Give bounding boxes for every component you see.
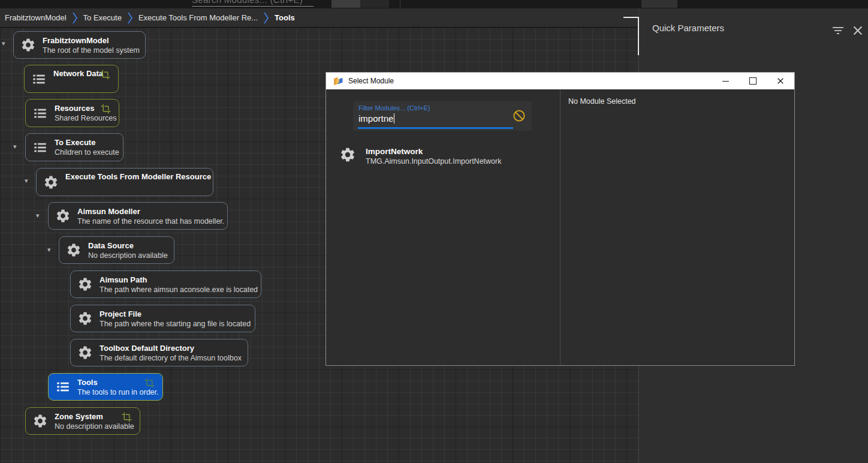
crop-icon[interactable] [100,70,110,80]
node-subtitle: The path where the starting ang file is … [100,320,251,328]
dialog-pane-divider [560,89,560,365]
close-icon[interactable] [852,25,863,36]
gear-icon [49,203,77,229]
select-module-dialog: Select Module Filter Modules... (Ctrl+E)… [326,72,795,366]
breadcrumb-item-execute-tools[interactable]: Execute Tools From Modeller Re... [138,13,258,22]
tree-node-tools[interactable]: Tools The tools to run in order. [48,373,163,401]
list-icon [25,65,53,92]
dialog-titlebar[interactable]: Select Module [326,73,794,89]
crop-icon[interactable] [144,378,155,388]
node-title: Aimsun Path [100,275,258,284]
node-subtitle: Children to execute [55,148,119,157]
search-underline [192,6,314,7]
list-icon [26,100,55,127]
gear-icon [14,32,43,58]
top-divider [400,0,400,8]
node-subtitle: The name of the resource that has modell… [77,217,224,226]
tree-node-zone-system[interactable]: Zone System No description available [25,407,140,435]
node-subtitle: The path where aimsun aconsole.exe is lo… [100,285,258,294]
module-filter-input[interactable]: Filter Modules... (Ctrl+E) importne [353,101,532,131]
no-module-selected-label: No Module Selected [568,97,636,106]
top-button-1[interactable] [331,0,360,8]
tree-node-toolbox-default-directory[interactable]: Toolbox Default Directory The default di… [70,339,248,366]
module-result-title: ImportNetwork [366,147,501,156]
node-subtitle: The tools to run in order. [77,388,159,396]
node-title: Project File [100,309,251,318]
chevron-right-icon [72,11,78,25]
gear-icon [71,271,100,297]
expander-to-execute[interactable]: ▾ [13,143,17,149]
gear-icon [71,339,100,366]
panel-splitter-handle[interactable] [623,17,639,18]
xtmf-logo-icon [333,76,343,86]
breadcrumb-item-root[interactable]: FrabitztownModel [5,13,67,22]
top-button-3[interactable] [641,0,677,8]
panel-splitter[interactable] [638,17,639,55]
gear-icon [59,237,88,263]
node-title: Execute Tools From Modeller Resource [65,172,211,181]
node-subtitle: No description available [88,251,168,260]
gear-icon [37,169,65,196]
filter-value: importne [358,113,394,124]
chevron-right-icon [263,11,269,25]
blocked-icon [512,109,526,123]
filter-underline [358,127,513,129]
crop-icon[interactable] [122,412,132,422]
node-title: Data Source [88,241,168,250]
text-caret [394,113,394,124]
expander-data-source[interactable]: ▾ [47,246,51,252]
expander-execute-tools[interactable]: ▾ [25,178,28,184]
minimize-button[interactable] [712,73,739,89]
node-title: FrabitztownModel [43,36,140,45]
tree-node-frabitztownmodel[interactable]: FrabitztownModel The root of the model s… [13,31,146,59]
tree-node-project-file[interactable]: Project File The path where the starting… [70,305,255,332]
top-strip: Search Modules... (Ctrl+E) [0,0,868,8]
list-icon [26,134,55,161]
gear-icon [71,305,100,332]
crop-icon[interactable] [101,104,111,114]
chevron-right-icon [127,11,133,25]
breadcrumb-item-to-execute[interactable]: To Execute [83,13,122,22]
panel-title: Quick Parameters [652,23,724,33]
tree-node-execute-tools-from-modeller-resource[interactable]: Execute Tools From Modeller Resource [36,168,213,196]
node-subtitle: Shared Resources [55,114,117,122]
module-result-importnetwork[interactable]: ImportNetwork TMG.Aimsun.InputOutput.Imp… [326,140,560,172]
list-icon [49,374,77,400]
tree-node-network-data[interactable]: Network Data [24,65,119,93]
dialog-title: Select Module [348,77,394,85]
filter-placeholder-label: Filter Modules... (Ctrl+E) [358,104,430,112]
filter-icon[interactable] [832,26,844,35]
breadcrumb: FrabitztownModel To Execute Execute Tool… [0,8,638,28]
gear-icon [339,146,356,166]
expander-aimsun-modeller[interactable]: ▾ [36,212,40,218]
node-title: Toolbox Default Directory [100,344,242,353]
tree-node-data-source[interactable]: Data Source No description available [59,236,174,264]
expander-frabitztownmodel[interactable]: ▾ [2,40,5,46]
node-title: Network Data [53,69,103,78]
gear-icon [26,408,55,434]
node-title: Aimsun Modeller [77,207,224,216]
node-title: To Execute [55,138,119,147]
maximize-button[interactable] [739,73,767,89]
node-subtitle: The default directory of the Aimsun tool… [100,354,242,362]
search-modules-field[interactable]: Search Modules... (Ctrl+E) [192,0,303,5]
top-button-2[interactable] [360,0,389,8]
tree-node-aimsun-path[interactable]: Aimsun Path The path where aimsun aconso… [70,270,261,298]
node-subtitle: The root of the model system [43,46,140,55]
app-window: Search Modules... (Ctrl+E) FrabitztownMo… [0,0,868,463]
dialog-body: Filter Modules... (Ctrl+E) importne Impo… [326,89,794,365]
tree-node-to-execute[interactable]: To Execute Children to execute [25,133,123,161]
close-button[interactable] [767,73,794,89]
tree-node-aimsun-modeller[interactable]: Aimsun Modeller The name of the resource… [48,202,228,230]
module-result-namespace: TMG.Aimsun.InputOutput.ImportNetwork [366,157,501,166]
breadcrumb-item-tools[interactable]: Tools [275,13,295,22]
node-subtitle: No description available [55,422,134,431]
tree-node-resources[interactable]: Resources Shared Resources [25,99,119,127]
